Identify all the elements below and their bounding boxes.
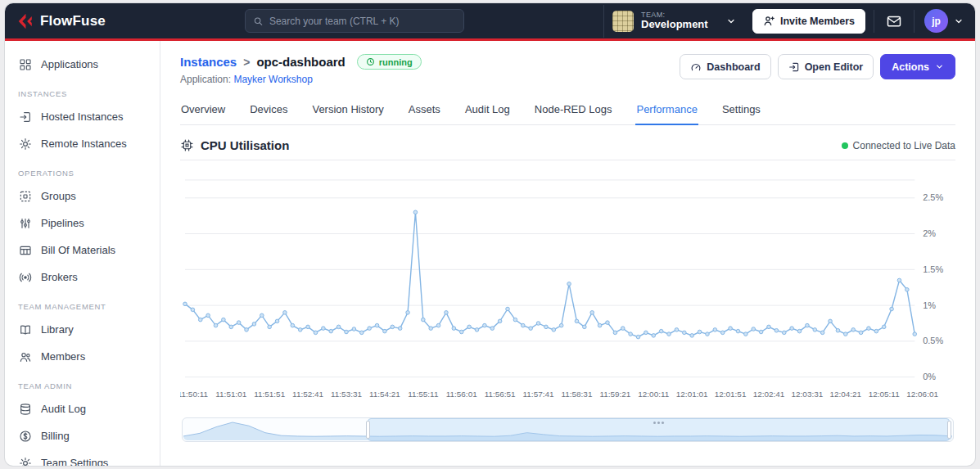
- sidebar-section-instances: Instances: [5, 78, 160, 103]
- application-subtitle: Application: Mayker Workshop: [180, 74, 422, 85]
- sidebar-item-brokers[interactable]: Brokers: [5, 264, 160, 291]
- sidebar-item-hosted-instances[interactable]: Hosted Instances: [5, 103, 160, 130]
- cpu-chip-icon: [180, 138, 194, 152]
- application-link[interactable]: Mayker Workshop: [233, 74, 312, 85]
- tab-version-history[interactable]: Version History: [311, 98, 384, 124]
- open-editor-button[interactable]: Open Editor: [778, 54, 874, 79]
- hosted-instances-icon: [18, 110, 33, 124]
- team-logo: [612, 11, 634, 32]
- svg-text:12:00:11: 12:00:11: [638, 390, 669, 399]
- tab-overview[interactable]: Overview: [180, 98, 226, 124]
- database-icon: [18, 403, 33, 416]
- groups-icon: [18, 190, 33, 203]
- tab-assets[interactable]: Assets: [408, 98, 441, 124]
- svg-text:11:53:31: 11:53:31: [331, 390, 362, 399]
- tab-devices[interactable]: Devices: [249, 98, 288, 124]
- gear-icon: [18, 138, 33, 151]
- sidebar-item-applications[interactable]: Applications: [5, 51, 160, 78]
- applications-icon: [18, 58, 33, 71]
- navigator-selection-window[interactable]: [368, 418, 950, 441]
- sidebar-section-team-admin: Team Admin: [5, 370, 160, 395]
- svg-text:11:57:41: 11:57:41: [523, 390, 554, 399]
- sidebar-item-label: Hosted Instances: [41, 110, 123, 123]
- dollar-circle-icon: [18, 430, 33, 443]
- svg-text:12:01:51: 12:01:51: [715, 390, 747, 399]
- flowfuse-logo[interactable]: FlowFuse: [16, 12, 106, 30]
- chart-range-navigator[interactable]: [182, 417, 954, 442]
- tab-audit-log[interactable]: Audit Log: [464, 98, 511, 124]
- svg-text:0.5%: 0.5%: [923, 336, 943, 345]
- svg-text:11:54:21: 11:54:21: [369, 390, 400, 399]
- sidebar-item-label: Members: [41, 350, 85, 363]
- svg-text:11:50:11: 11:50:11: [180, 390, 208, 399]
- sidebar-item-label: Billing: [41, 430, 70, 442]
- people-icon: [18, 350, 33, 363]
- svg-text:1%: 1%: [923, 300, 936, 310]
- sidebar-item-pipelines[interactable]: Pipelines: [5, 210, 160, 237]
- svg-text:12:05:11: 12:05:11: [869, 390, 900, 399]
- search-icon: [253, 16, 264, 27]
- svg-text:12:03:31: 12:03:31: [792, 390, 824, 399]
- navigator-grip[interactable]: [653, 422, 656, 424]
- open-editor-icon: [788, 61, 800, 73]
- top-navbar: FlowFuse TEAM: Development Invite Member…: [5, 3, 975, 41]
- instance-name: opc-dashboard: [256, 55, 345, 69]
- brand-name: FlowFuse: [40, 13, 106, 29]
- team-selector[interactable]: TEAM: Development: [603, 5, 744, 38]
- breadcrumb-instances-link[interactable]: Instances: [180, 55, 237, 69]
- search-input[interactable]: [269, 16, 456, 27]
- status-badge: running: [357, 54, 422, 70]
- tab-performance[interactable]: Performance: [635, 98, 698, 125]
- app-window: FlowFuse TEAM: Development Invite Member…: [5, 3, 975, 466]
- section-title: CPU Utilisation: [180, 138, 289, 152]
- application-label: Application:: [180, 74, 231, 85]
- svg-text:11:56:01: 11:56:01: [446, 390, 477, 399]
- dashboard-button[interactable]: Dashboard: [680, 54, 770, 79]
- svg-text:11:51:01: 11:51:01: [215, 390, 246, 399]
- sidebar-item-label: Bill Of Materials: [41, 244, 115, 256]
- tab-node-red-logs[interactable]: Node-RED Logs: [534, 98, 613, 124]
- svg-text:12:02:41: 12:02:41: [753, 390, 785, 399]
- svg-text:0%: 0%: [923, 372, 936, 381]
- svg-text:2.5%: 2.5%: [923, 192, 943, 202]
- sidebar-section-operations: Operations: [5, 157, 160, 183]
- sidebar-item-bill-of-materials[interactable]: Bill Of Materials: [5, 237, 160, 264]
- sidebar-item-audit-log[interactable]: Audit Log: [5, 395, 160, 422]
- invite-members-button[interactable]: Invite Members: [752, 9, 865, 34]
- sidebar-item-team-settings[interactable]: Team Settings: [5, 449, 160, 466]
- team-search[interactable]: [245, 9, 464, 33]
- instance-tabs: Overview Devices Version History Assets …: [180, 98, 955, 125]
- chevron-down-icon: [954, 16, 964, 26]
- sidebar-item-label: Pipelines: [41, 217, 84, 229]
- sidebar-item-remote-instances[interactable]: Remote Instances: [5, 130, 160, 157]
- svg-text:12:06:01: 12:06:01: [906, 390, 938, 399]
- sidebar-item-label: Library: [41, 323, 74, 336]
- sidebar-item-label: Audit Log: [41, 403, 86, 415]
- navigator-left-handle[interactable]: [366, 421, 370, 439]
- svg-text:11:56:51: 11:56:51: [485, 390, 516, 399]
- svg-text:2%: 2%: [923, 228, 936, 238]
- svg-text:12:01:01: 12:01:01: [676, 390, 708, 399]
- cpu-chart-svg: 0%0.5%1%1.5%2%2.5%11:50:1111:51:0111:51:…: [180, 169, 955, 406]
- user-menu[interactable]: jp: [923, 9, 964, 33]
- navigator-right-handle[interactable]: [947, 421, 951, 439]
- sidebar-item-members[interactable]: Members: [5, 343, 160, 370]
- actions-button[interactable]: Actions: [880, 54, 955, 79]
- team-name: Development: [641, 19, 719, 31]
- breadcrumb: Instances > opc-dashboard running: [180, 54, 422, 70]
- sidebar-item-library[interactable]: Library: [5, 316, 160, 343]
- sidebar-item-label: Brokers: [41, 271, 78, 283]
- sidebar-item-groups[interactable]: Groups: [5, 183, 160, 210]
- sidebar-item-billing[interactable]: Billing: [5, 422, 160, 449]
- person-plus-icon: [763, 15, 775, 27]
- svg-text:12:04:21: 12:04:21: [829, 390, 861, 399]
- tab-settings[interactable]: Settings: [721, 98, 761, 124]
- mail-icon: [886, 13, 902, 29]
- pipelines-icon: [18, 217, 33, 230]
- chevron-down-icon: [935, 62, 944, 71]
- svg-text:1.5%: 1.5%: [923, 264, 943, 274]
- avatar: jp: [924, 9, 948, 33]
- notifications-button[interactable]: [874, 10, 915, 33]
- chevron-down-icon: [726, 16, 736, 26]
- svg-text:11:52:41: 11:52:41: [292, 390, 323, 399]
